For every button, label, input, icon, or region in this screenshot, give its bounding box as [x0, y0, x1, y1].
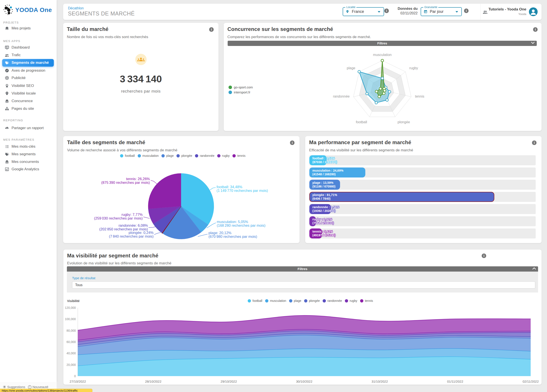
svg-text:randonnée: randonnée: [333, 95, 350, 98]
svg-text:0: 0: [74, 374, 76, 378]
svg-text:31/10/2022: 31/10/2022: [371, 380, 388, 383]
svg-text:60,000: 60,000: [66, 340, 76, 344]
svg-text:100,000: 100,000: [65, 317, 76, 321]
svg-text:plage: plage: [347, 66, 355, 70]
svg-text:29/10/2022: 29/10/2022: [220, 380, 237, 383]
svg-text:01/11/2022: 01/11/2022: [447, 380, 463, 383]
svg-text:plongée: plongée: [397, 120, 410, 124]
svg-text:80,000: 80,000: [66, 329, 76, 332]
svg-text:28/10/2022: 28/10/2022: [145, 380, 161, 383]
svg-text:20,000: 20,000: [66, 363, 76, 366]
svg-text:27/10/2022: 27/10/2022: [69, 380, 86, 383]
svg-text:rugby: rugby: [409, 66, 418, 70]
svg-text:30/10/2022: 30/10/2022: [296, 380, 312, 383]
svg-text:40,000: 40,000: [66, 351, 76, 355]
svg-text:02/11/2022: 02/11/2022: [523, 380, 539, 383]
svg-text:tennis: tennis: [415, 95, 424, 98]
svg-text:musculation: musculation: [373, 53, 391, 57]
svg-text:football: football: [356, 120, 367, 124]
svg-text:120,000: 120,000: [65, 306, 76, 310]
